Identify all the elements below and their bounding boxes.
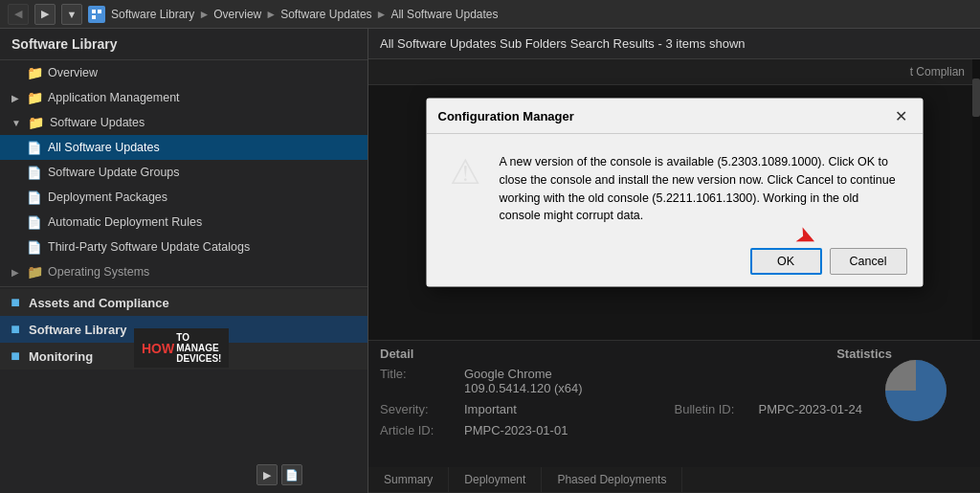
content-header: All Software Updates Sub Folders Search … — [368, 29, 980, 59]
dialog-footer: ➤ OK Cancel — [427, 240, 923, 286]
third-party-icon: 📄 — [27, 239, 42, 255]
svg-rect-2 — [98, 10, 101, 13]
warning-icon: ⚠ — [446, 153, 484, 191]
dropdown-button[interactable]: ▼ — [61, 4, 82, 25]
svg-rect-3 — [92, 15, 96, 19]
assets-icon: ■ — [8, 295, 23, 310]
sidebar-item-deployment-packages[interactable]: 📄 Deployment Packages — [0, 185, 368, 210]
forward-button[interactable]: ▶ — [34, 4, 56, 25]
toolbar-icon-1[interactable]: ▶ — [256, 464, 278, 485]
toolbar-icon-2[interactable]: 📄 — [281, 464, 302, 485]
dialog-cancel-button[interactable]: Cancel — [830, 248, 907, 275]
folder-icon: 📁 — [29, 115, 44, 130]
dialog-body: ⚠ A new version of the console is availa… — [427, 134, 923, 240]
expand-arrow-icon: ▼ — [11, 118, 21, 128]
os-folder-icon: 📁 — [27, 264, 42, 280]
sidebar-item-overview[interactable]: 📁 Overview — [0, 60, 368, 85]
breadcrumb: Software Library ► Overview ► Software U… — [111, 8, 499, 21]
sidebar-header: Software Library — [0, 29, 368, 60]
main-layout: Software Library 📁 Overview ▶ 📁 Applicat… — [0, 29, 980, 493]
dialog-message: A new version of the console is availabl… — [500, 153, 903, 225]
content-area: All Software Updates Sub Folders Search … — [368, 29, 980, 493]
folder-icon: 📁 — [27, 90, 42, 105]
bottom-toolbar: ▶ 📄 — [249, 460, 310, 489]
update-icon: 📄 — [27, 140, 42, 155]
sidebar-item-all-software-updates[interactable]: 📄 All Software Updates — [0, 135, 368, 160]
sidebar-item-third-party[interactable]: 📄 Third-Party Software Update Catalogs — [0, 235, 368, 259]
software-lib-icon: ■ — [8, 322, 23, 337]
content-body: t Complian Detail Statistics Title: Goog… — [368, 59, 980, 493]
expand-arrow-icon: ▶ — [11, 93, 19, 103]
sidebar-item-operating-systems[interactable]: ▶ 📁 Operating Systems — [0, 259, 368, 284]
sidebar-item-auto-deployment[interactable]: 📄 Automatic Deployment Rules — [0, 210, 368, 235]
configuration-manager-dialog: Configuration Manager ✕ ⚠ A new version … — [426, 98, 924, 287]
auto-deploy-icon: 📄 — [27, 214, 42, 230]
dialog-close-button[interactable]: ✕ — [892, 106, 911, 125]
title-bar: ◀ ▶ ▼ Software Library ► Overview ► Soft… — [0, 0, 980, 29]
dialog-title: Configuration Manager — [438, 109, 574, 123]
dialog-titlebar: Configuration Manager ✕ — [427, 99, 923, 134]
watermark: HOW TOMANAGEDEVICES! — [134, 328, 229, 368]
expand-arrow-icon: ▶ — [11, 267, 19, 278]
sidebar-item-software-updates[interactable]: ▼ 📁 Software Updates — [0, 110, 368, 135]
sidebar-item-software-update-groups[interactable]: 📄 Software Update Groups — [0, 160, 368, 185]
sidebar: Software Library 📁 Overview ▶ 📁 Applicat… — [0, 29, 368, 493]
sidebar-item-assets-compliance[interactable]: ■ Assets and Compliance — [0, 289, 368, 316]
app-icon — [88, 6, 105, 23]
deployment-icon: 📄 — [27, 190, 42, 205]
back-button[interactable]: ◀ — [8, 4, 29, 25]
monitoring-icon: ■ — [8, 348, 23, 364]
sidebar-item-app-management[interactable]: ▶ 📁 Application Management — [0, 85, 368, 110]
sidebar-item-monitoring[interactable]: ■ Monitoring HOW TOMANAGEDEVICES! — [0, 343, 368, 370]
folder-icon: 📁 — [27, 65, 42, 80]
svg-rect-1 — [92, 10, 96, 13]
dialog-overlay: Configuration Manager ✕ ⚠ A new version … — [368, 59, 980, 493]
update-groups-icon: 📄 — [27, 165, 42, 180]
